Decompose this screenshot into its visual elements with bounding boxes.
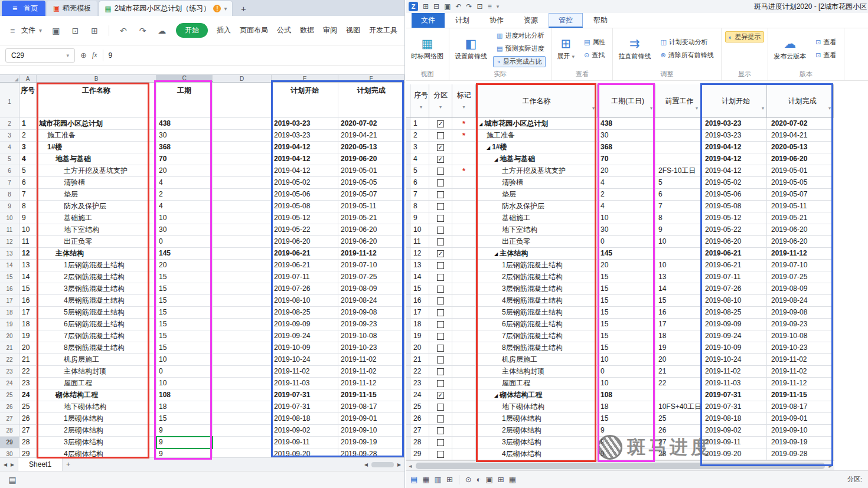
open-file-icon[interactable]: ⊟ [433,2,439,11]
row-number[interactable]: 20 [0,330,19,342]
cell-index[interactable]: 14 [19,271,37,283]
cell-end-date[interactable]: 2019-08-09 [338,283,404,295]
template-tab[interactable]: ▣ 稻壳模板 [47,1,97,16]
cell-duration[interactable]: 15 [598,342,655,354]
view-mode-split-icon[interactable]: ⊞ [446,475,453,484]
cell-index[interactable]: 16 [19,295,37,307]
cell-start-date[interactable]: 2019-09-02 [272,425,338,437]
ribbon-tab-formulas[interactable]: 公式 [277,25,291,35]
cell-planned-end[interactable]: 2019-09-19 [767,437,834,448]
cell-index[interactable]: 16 [410,295,429,307]
cell-partition[interactable] [429,330,452,342]
cell-partition[interactable] [429,130,452,142]
cell-index[interactable]: 29 [410,448,429,460]
cell-mark[interactable] [452,224,476,236]
column-header-c[interactable]: C [156,75,213,82]
cell-index[interactable]: 3 [410,142,429,153]
cell-index[interactable]: 3 [19,142,37,153]
cell-planned-start[interactable]: 2019-05-02 [701,177,767,189]
cell-duration[interactable]: 15 [598,271,655,283]
cell-index[interactable]: 25 [19,401,37,413]
row-gutter[interactable] [406,437,410,448]
partition-checkbox[interactable] [437,262,444,269]
cell-predecessor[interactable]: 8 [655,212,701,224]
cell-index[interactable]: 1 [19,118,37,130]
cell-task-name[interactable]: 地下室结构 [37,224,156,236]
cell-index[interactable]: 12 [19,248,37,260]
row-number[interactable]: 23 [0,366,19,378]
cell-planned-start[interactable]: 2019-09-11 [701,437,767,448]
cell-mark[interactable]: * [452,165,476,177]
cell-end-date[interactable]: 2019-04-21 [338,130,404,142]
cell-duration[interactable]: 15 [156,307,213,319]
cell-end-date[interactable]: 2019-05-11 [338,201,404,212]
cell-planned-start[interactable]: 2019-09-24 [701,330,767,342]
plan-change-analysis-button[interactable]: ◫ 计划变动分析 [657,37,711,48]
cell-start-date[interactable]: 2019-07-31 [272,401,338,413]
header-duration[interactable]: 工期(工日)▾ [598,84,655,118]
cell-end-date[interactable]: 2019-11-02 [338,354,404,366]
cell-predecessor[interactable] [655,153,701,165]
cell-task-name[interactable]: 地下室结构 [476,224,598,236]
cell-partition[interactable] [429,177,452,189]
cell-planned-end[interactable]: 2019-10-23 [767,342,834,354]
cell-index[interactable]: 10 [19,224,37,236]
cell-index[interactable]: 19 [410,330,429,342]
row-number[interactable]: 17 [0,295,19,307]
cell-planned-end[interactable]: 2019-09-23 [767,319,834,330]
cell-predecessor[interactable] [655,248,701,260]
sheet-nav-left-icon[interactable]: ◂ [4,460,7,469]
cell-predecessor[interactable]: 19 [655,342,701,354]
cell-empty[interactable] [213,177,272,189]
cell-task-name[interactable]: 地下砌体结构 [37,401,156,413]
cell-duration[interactable]: 108 [156,389,213,401]
cell-partition[interactable] [429,295,452,307]
menu-tab-plan[interactable]: 计划 [446,13,479,28]
cell-partition[interactable] [429,448,452,460]
cell-predecessor[interactable]: 26 [655,425,701,437]
cell-index[interactable]: 25 [410,401,429,413]
cell-empty[interactable] [213,307,272,319]
header-cell-index[interactable]: 序号 [19,83,37,118]
cell-start-date[interactable]: 2019-07-31 [272,389,338,401]
cell-predecessor[interactable]: 6 [655,189,701,201]
cell-duration[interactable]: 15 [598,307,655,319]
view-version-button[interactable]: ⊡ 查看 [812,50,840,61]
cell-duration[interactable]: 9 [598,437,655,448]
cell-mark[interactable] [452,425,476,437]
collapse-triangle-icon[interactable]: ◢ [479,122,482,127]
cell-task-name[interactable]: 基础施工 [37,212,156,224]
cell-task-name[interactable]: 防水及保护层 [476,201,598,212]
cell-duration[interactable]: 15 [156,295,213,307]
cell-partition[interactable] [429,165,452,177]
cell-index[interactable]: 29 [19,448,37,457]
row-gutter[interactable] [406,130,410,142]
set-frontline-button[interactable]: ◧ 设置前锋线 [453,37,489,61]
cell-predecessor[interactable]: 20 [655,354,701,366]
cell-planned-start[interactable]: 2019-05-22 [701,224,767,236]
cell-index[interactable]: 7 [410,189,429,201]
zoom-tool-icon[interactable]: ⊙ [465,475,472,484]
menu-tab-control[interactable]: 管控 [549,13,583,28]
redo-icon[interactable]: ↷ [138,26,148,35]
cell-index[interactable]: 18 [410,319,429,330]
partition-checkbox[interactable] [437,333,444,340]
cell-duration[interactable]: 20 [156,260,213,271]
cell-duration[interactable]: 15 [156,283,213,295]
row-gutter[interactable] [406,425,410,437]
cell-task-name[interactable]: ◢砌体结构工程 [476,389,598,401]
cell-start-date[interactable]: 2019-05-12 [272,212,338,224]
cell-predecessor[interactable]: 27 [655,437,701,448]
collapse-triangle-icon[interactable]: ◢ [494,157,498,162]
cell-planned-end[interactable]: 2019-08-09 [767,283,834,295]
partition-checkbox[interactable] [437,415,444,423]
cell-end-date[interactable]: 2019-10-23 [338,342,404,354]
cell-predecessor[interactable]: 9 [655,224,701,236]
cell-task-name[interactable]: ◢城市花园小区总计划 [476,118,598,130]
cell-planned-end[interactable]: 2019-05-05 [767,177,834,189]
cell-planned-end[interactable]: 2019-06-20 [767,224,834,236]
partition-checkbox[interactable] [437,132,444,139]
ribbon-tab-data[interactable]: 数据 [300,25,314,35]
cell-task-name[interactable]: 垫层 [37,189,156,201]
filter-icon[interactable]: ▾ [592,103,595,114]
